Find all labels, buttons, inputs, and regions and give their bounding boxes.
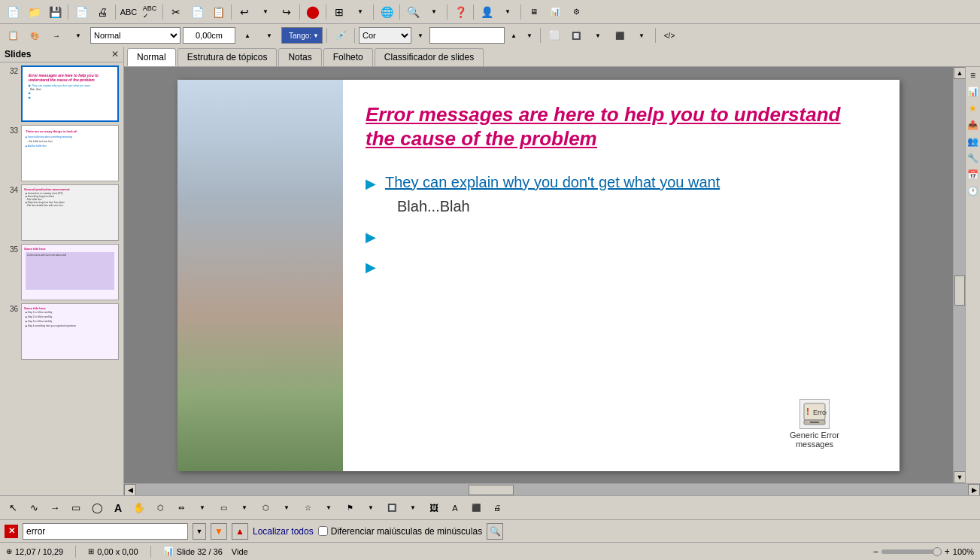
symbol-shapes-dropdown-btn[interactable]: ▼	[277, 499, 296, 517]
curve-tool-btn[interactable]: ∿	[24, 499, 44, 517]
panel-icon-8[interactable]: 🕐	[966, 186, 980, 199]
h-scroll-track[interactable]	[136, 484, 968, 496]
match-case-check[interactable]: Diferenciar maiúsculas de minúsculas	[318, 526, 482, 537]
grid-btn[interactable]: ⊞	[329, 3, 349, 21]
tab-normal[interactable]: Normal	[127, 48, 176, 66]
spellcheck-btn[interactable]: ABC	[119, 3, 138, 21]
panel-icon-6[interactable]: 🔧	[966, 153, 980, 166]
h-scroll-left-btn[interactable]: ◀	[124, 484, 136, 496]
undo-btn[interactable]: ↩	[235, 3, 254, 21]
borders-btn[interactable]: ⬛	[610, 26, 630, 44]
print-preview-btn[interactable]: 📄	[71, 3, 91, 21]
draw-circle-btn[interactable]: ⬤	[303, 3, 323, 21]
zoom-slider-thumb[interactable]	[933, 547, 942, 556]
search-input[interactable]	[23, 523, 188, 540]
zoom-out-btn[interactable]: −	[873, 546, 878, 557]
select-tool-btn[interactable]: ↖	[3, 499, 23, 517]
zoom-in-btn[interactable]: +	[945, 546, 950, 557]
tab-slide-sorter[interactable]: Classificador de slides	[375, 48, 484, 66]
extrude-btn[interactable]: 🖨	[487, 499, 507, 517]
callout-btn[interactable]: ⚑	[340, 499, 360, 517]
color-down-btn[interactable]: ▼	[523, 26, 536, 44]
transition-dropdown-btn[interactable]: ▼	[68, 26, 88, 44]
panel-icon-3[interactable]: ★	[966, 103, 980, 117]
text-tool-btn[interactable]: A	[108, 499, 128, 517]
insert-image-btn[interactable]: 🖼	[424, 499, 444, 517]
scroll-thumb[interactable]	[954, 275, 965, 306]
save-btn[interactable]: 💾	[45, 3, 65, 21]
flowchart-dropdown-btn[interactable]: ▼	[403, 499, 423, 517]
slide-item-33[interactable]: 33 There are so many things to look at! …	[3, 125, 120, 181]
slide-item-32[interactable]: 32 Error messages are here to help you t…	[3, 65, 120, 122]
web-btn[interactable]: 🌐	[377, 3, 396, 21]
square-btn[interactable]: ⬜	[545, 26, 564, 44]
slide-item-36[interactable]: 36 Some title here ▶ Step 1 to follow ca…	[3, 303, 120, 360]
settings-btn[interactable]: ⚙	[566, 3, 586, 21]
tab-outline[interactable]: Estrutura de tópicos	[177, 48, 278, 66]
slide-thumb-36[interactable]: Some title here ▶ Step 1 to follow caref…	[21, 303, 119, 360]
3d-btn[interactable]: ⬛	[466, 499, 486, 517]
color-up-btn[interactable]: ▲	[507, 26, 520, 44]
slide-item-34[interactable]: 34 Second production assessment ▶ Instru…	[3, 184, 120, 241]
slide-thumb-33[interactable]: There are so many things to look at! ▶ S…	[21, 125, 119, 181]
connector-btn[interactable]: ⬡	[150, 499, 170, 517]
slide-item-35[interactable]: 35 Some title here Content area with som…	[3, 244, 120, 300]
slides-close-btn[interactable]: ✕	[111, 49, 119, 59]
error-icon-area[interactable]: ! Error Generic Errormessages	[790, 399, 839, 449]
eyedrop-btn[interactable]: 💉	[331, 26, 350, 44]
callout-dropdown-btn[interactable]: ▼	[361, 499, 381, 517]
panel-icon-7[interactable]: 📅	[966, 169, 980, 183]
scroll-down-btn[interactable]: ▼	[954, 471, 966, 483]
size-down-btn[interactable]: ▼	[259, 26, 279, 44]
bg-btn[interactable]: 🎨	[25, 26, 44, 44]
zoom-dropdown-btn[interactable]: ▼	[424, 3, 444, 21]
undo-dropdown-btn[interactable]: ▼	[256, 3, 275, 21]
slide-thumb-35[interactable]: Some title here Content area with some t…	[21, 244, 119, 300]
line-tool-btn[interactable]: →	[45, 499, 65, 517]
slide-container[interactable]: Error messages are here to help you to u…	[124, 67, 953, 483]
tab-notes[interactable]: Notas	[278, 48, 321, 66]
paste-btn[interactable]: 📋	[208, 3, 228, 21]
shadow-btn[interactable]: 🔲	[566, 26, 586, 44]
cut-btn[interactable]: ✂	[166, 3, 186, 21]
search-dropdown-btn[interactable]: ▼	[193, 523, 206, 540]
ellipse-tool-btn[interactable]: ◯	[87, 499, 107, 517]
user-dropdown-btn[interactable]: ▼	[498, 3, 517, 21]
grid-dropdown-btn[interactable]: ▼	[350, 3, 370, 21]
copy-btn[interactable]: 📄	[187, 3, 207, 21]
scroll-track[interactable]	[954, 79, 965, 471]
new-btn[interactable]: 📄	[3, 3, 23, 21]
shadow-dropdown-btn[interactable]: ▼	[588, 26, 608, 44]
color-scheme-btn[interactable]: Tango: ▼	[281, 27, 323, 44]
spellcheck2-btn[interactable]: ABC✓	[140, 3, 159, 21]
search-close-btn[interactable]: ✕	[5, 525, 18, 538]
h-scroll-right-btn[interactable]: ▶	[968, 484, 980, 496]
redo-btn[interactable]: ↪	[277, 3, 296, 21]
search-nav-down-btn[interactable]: ▼	[211, 523, 227, 540]
presentation-btn[interactable]: 🖥	[524, 3, 544, 21]
slide-thumb-32[interactable]: Error messages are here to help you to u…	[21, 65, 119, 122]
cor-dropdown[interactable]: Cor	[359, 27, 411, 44]
borders-dropdown-btn[interactable]: ▼	[632, 26, 651, 44]
help-btn[interactable]: ❓	[451, 3, 470, 21]
find-all-btn[interactable]: Localizar todos	[253, 526, 314, 537]
panel-icon-5[interactable]: 👥	[966, 136, 980, 150]
style-dropdown[interactable]: Normal	[90, 27, 181, 44]
search-options-btn[interactable]: 🔍	[487, 523, 503, 540]
size-input[interactable]	[183, 27, 235, 44]
cor-dropdown-btn[interactable]: ▼	[414, 26, 427, 44]
panel-icon-1[interactable]: ≡	[966, 70, 980, 84]
arrow-dropdown-btn[interactable]: ▼	[193, 499, 212, 517]
transition-btn[interactable]: →	[47, 26, 66, 44]
star-shapes-btn[interactable]: ☆	[298, 499, 317, 517]
zoom-slider[interactable]	[881, 549, 942, 554]
slide-thumb-34[interactable]: Second production assessment ▶ Instructi…	[21, 184, 119, 241]
panel-icon-4[interactable]: 📤	[966, 120, 980, 133]
h-scroll-thumb[interactable]	[469, 485, 514, 495]
match-case-checkbox[interactable]	[318, 526, 328, 536]
fontwork-btn[interactable]: A	[445, 499, 465, 517]
basic-shapes-btn[interactable]: ▭	[214, 499, 233, 517]
tab-handout[interactable]: Folheto	[323, 48, 373, 66]
source-btn[interactable]: </>	[660, 26, 679, 44]
star-shapes-dropdown-btn[interactable]: ▼	[319, 499, 338, 517]
